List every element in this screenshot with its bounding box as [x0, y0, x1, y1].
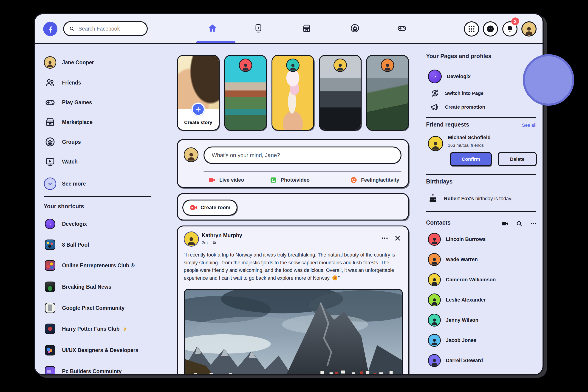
shortcuts-title: Your shortcuts — [44, 203, 84, 210]
post-meta: 2m · — [202, 240, 217, 245]
sidebar-item-play-games[interactable]: Play Games — [44, 96, 92, 109]
post-author-name[interactable]: Kathryn Murphy — [202, 232, 242, 238]
contact-avatar — [428, 294, 441, 306]
contact-cameron-williamson[interactable]: Cameron Williamson — [428, 273, 496, 286]
search-contacts-icon[interactable] — [516, 220, 523, 227]
contacts-options-icon[interactable] — [530, 220, 537, 227]
shortcut-label: UI/UX Designers & Developers — [62, 347, 138, 354]
right-sidebar: Your Pages and profiles Develogix Switch… — [426, 14, 538, 374]
contact-jenny-wilson[interactable]: Jenny Wilson — [428, 314, 478, 326]
contact-name: Cameron Williamson — [446, 277, 496, 283]
shortcut-google-pixel-community[interactable]: Google Pixel Community — [44, 302, 124, 314]
pages-profiles-title: Your Pages and profiles — [426, 53, 491, 60]
sidebar-item-marketplace[interactable]: Marketplace — [44, 116, 92, 128]
shortcut-label: Breaking Bad News — [62, 284, 112, 290]
sidebar-item-label: Marketplace — [62, 119, 92, 126]
right-divider — [426, 211, 536, 212]
story-card[interactable] — [224, 55, 267, 131]
switch-into-page-button[interactable]: Switch into Page — [430, 88, 484, 98]
create-story-label: Create story — [178, 120, 219, 125]
breaking-bad-news-icon — [45, 282, 55, 292]
contact-wade-warren[interactable]: Wade Warren — [428, 253, 478, 266]
friend-request-name[interactable]: Michael Schofield — [448, 134, 490, 140]
status-input-pill[interactable] — [204, 146, 402, 164]
right-divider — [426, 117, 536, 118]
contact-avatar — [428, 334, 441, 347]
contact-name: Jenny Wilson — [446, 317, 478, 323]
story-card[interactable] — [319, 55, 362, 131]
post-image[interactable] — [184, 289, 403, 376]
plus-icon[interactable] — [192, 103, 205, 116]
shortcut-pc-builders-community[interactable]: Pc Builders Commuinty — [44, 365, 122, 376]
video-call-icon[interactable] — [501, 220, 508, 227]
search-icon — [69, 26, 75, 32]
post-card: Kathryn Murphy 2m · "I recently took a t… — [177, 226, 409, 376]
composer-avatar — [184, 148, 198, 162]
post-body: "I recently took a trip to Norway and it… — [184, 251, 403, 282]
delete-button[interactable]: Delete — [498, 152, 537, 166]
sidebar-item-groups[interactable]: Groups — [44, 136, 81, 148]
action-label: Photo/video — [281, 177, 310, 183]
shortcut-label: Online Entrepreneurs Club ® — [62, 262, 134, 269]
shortcut-breaking-bad-news[interactable]: Breaking Bad News — [44, 280, 112, 293]
online-entrepreneurs-club-icon — [45, 260, 55, 271]
contact-avatar — [428, 314, 441, 326]
contact-name: Lincoln Burrows — [446, 236, 486, 242]
story-author-avatar — [286, 58, 300, 72]
smiley-icon — [350, 176, 358, 184]
shortcut-uiux-designers-developers[interactable]: UI/UX Designers & Developers — [44, 344, 138, 357]
status-input[interactable] — [211, 152, 394, 159]
contact-leslie-alexander[interactable]: Leslie Alexander — [428, 294, 486, 306]
page-develogix[interactable]: Develogix — [428, 70, 471, 83]
create-story-photo — [178, 56, 219, 111]
heart-eyes-emoji — [332, 275, 338, 281]
develogix-icon — [45, 218, 55, 229]
create-promotion-label: Create promotion — [445, 104, 485, 110]
post-close-button[interactable] — [394, 234, 402, 243]
create-promotion-button[interactable]: Create promotion — [430, 102, 485, 112]
create-story-card[interactable]: Create story — [177, 55, 220, 131]
confirm-button[interactable]: Confirm — [450, 152, 492, 166]
birthday-text: Robert Fox's birthday is today. — [444, 196, 512, 202]
search-input[interactable] — [78, 26, 144, 32]
contact-dianne-russell[interactable]: Dianne Russell — [428, 374, 482, 376]
facebook-logo[interactable] — [43, 22, 58, 36]
feeling-activity-button[interactable]: Feeling/actitvity — [350, 175, 399, 185]
sidebar-item-label: Play Games — [62, 100, 92, 106]
sidebar-item-label: Watch — [62, 159, 78, 165]
live-video-button[interactable]: Live video — [208, 175, 244, 185]
contact-darrell-steward[interactable]: Darrell Steward — [428, 354, 483, 367]
create-room-label: Create room — [200, 204, 230, 210]
shortcut-8-ball-pool[interactable]: 8 Ball Pool — [44, 238, 89, 251]
story-card[interactable] — [272, 55, 314, 131]
sidebar-item-see-more[interactable]: See more — [44, 177, 86, 190]
shortcut-label: Google Pixel Community — [62, 305, 124, 311]
story-card[interactable] — [366, 55, 409, 131]
cake-icon — [428, 194, 438, 204]
post-time: 2m · — [202, 240, 210, 245]
action-label: Feeling/actitvity — [361, 177, 399, 183]
photo-video-button[interactable]: Photo/video — [270, 175, 310, 185]
shortcut-develogix[interactable]: Develogix — [44, 218, 87, 230]
shortcut-label: 8 Ball Pool — [62, 242, 89, 248]
post-author-avatar[interactable] — [184, 232, 199, 247]
birthday-row[interactable]: Robert Fox's birthday is today. — [428, 194, 512, 204]
contact-name: Leslie Alexander — [446, 297, 486, 303]
sidebar-item-profile[interactable]: Jane Cooper — [44, 56, 94, 69]
shortcut-harry-potter-fans-club[interactable]: Harry Potter Fans Club — [44, 322, 128, 335]
post-menu-button[interactable] — [381, 234, 389, 243]
friend-request-avatar[interactable] — [428, 136, 443, 151]
search-bar[interactable] — [63, 21, 148, 36]
sidebar-item-watch[interactable]: Watch — [44, 155, 78, 168]
contact-lincoln-burrows[interactable]: Lincoln Burrows — [428, 233, 486, 246]
live-video-icon — [208, 176, 216, 184]
sidebar-item-label: Groups — [62, 139, 81, 145]
harry-potter-fans-club-icon — [45, 324, 55, 334]
post-body-close-quote: " — [338, 275, 340, 281]
create-room-button[interactable]: Create room — [182, 200, 238, 216]
sidebar-item-friends[interactable]: Friends — [44, 76, 81, 89]
contact-jacob-jones[interactable]: Jacob Jones — [428, 334, 476, 347]
see-all-link[interactable]: See all — [522, 123, 536, 128]
develogix-page-icon — [428, 70, 442, 83]
shortcut-online-entrepreneurs-club[interactable]: Online Entrepreneurs Club ® — [44, 259, 134, 272]
